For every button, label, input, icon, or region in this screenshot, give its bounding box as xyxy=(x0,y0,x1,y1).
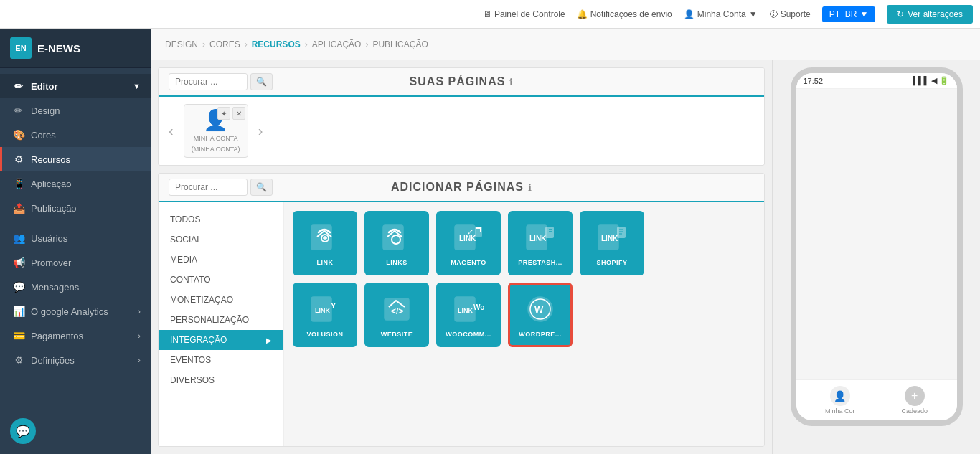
minha-conta-card[interactable]: ✦ ✕ 👤 MINHA CONTA (MINHA CONTA) xyxy=(184,104,248,158)
ver-alteracoes-button[interactable]: ↻ Ver alterações xyxy=(887,5,973,24)
tile-prestash[interactable]: LINK PRESTASH... xyxy=(508,211,573,275)
breadcrumb-cores[interactable]: CORES xyxy=(209,39,240,49)
tile-woocomm[interactable]: LINK Woo WOOCOMM... xyxy=(436,283,501,347)
left-panels: 🔍 SUAS PÁGINAS ℹ ‹ ✦ ✕ 👤 xyxy=(151,60,772,454)
settings-icon: ⚙ xyxy=(12,354,25,366)
cat-eventos[interactable]: EVENTOS xyxy=(159,350,283,370)
card-sublabel: (MINHA CONTA) xyxy=(192,146,240,153)
language-button[interactable]: PT_BR ▼ xyxy=(822,6,876,22)
tile-links[interactable]: LINKS xyxy=(364,211,429,275)
suas-paginas-search-input[interactable] xyxy=(169,73,248,90)
card-delete-button[interactable]: ✕ xyxy=(232,107,245,120)
logo-icon: EN xyxy=(10,37,32,59)
svg-text:W: W xyxy=(534,304,544,315)
phone-cadeado-label: Cadeado xyxy=(901,407,928,415)
user-icon: 👤 xyxy=(684,9,694,19)
tile-volusion[interactable]: LINK Y VOLUSION xyxy=(293,283,357,347)
sidebar-item-mensagens[interactable]: 💬 Mensagens xyxy=(0,275,151,299)
breadcrumb-sep-4: › xyxy=(365,39,368,49)
sidebar-item-cores[interactable]: 🎨 Cores xyxy=(0,123,151,147)
suas-paginas-search-button[interactable]: 🔍 xyxy=(250,73,273,90)
suporte-link[interactable]: 🛈 Suporte xyxy=(769,9,811,19)
minha-conta-link[interactable]: 👤 Minha Conta ▼ xyxy=(684,9,758,19)
breadcrumb-aplicacao[interactable]: APLICAÇÃO xyxy=(312,39,362,49)
phone-content xyxy=(796,89,957,379)
prestash-tile-icon: LINK xyxy=(523,220,557,255)
phone-add-icon: + xyxy=(905,386,925,406)
messages-icon: 💬 xyxy=(12,281,25,293)
svg-rect-6 xyxy=(475,227,482,237)
breadcrumb-publicacao[interactable]: PUBLICAÇÃO xyxy=(372,39,428,49)
cat-diversos[interactable]: DIVERSOS xyxy=(159,370,283,390)
adicionar-paginas-body: TODOS SOCIAL MEDIA CONTATO MONETIZAÇÃO P… xyxy=(159,202,764,446)
svg-text:</>: </> xyxy=(391,306,403,316)
sidebar-item-usuarios[interactable]: 👥 Usuários xyxy=(0,226,151,250)
sidebar: EN E-NEWS ✏ Editor ▼ ✏ Design 🎨 Cores ⚙ … xyxy=(0,29,151,454)
magento-tile-label: MAGENTO xyxy=(451,259,486,266)
card-label: MINHA CONTA xyxy=(194,135,238,143)
next-page-arrow[interactable]: › xyxy=(254,118,268,143)
sidebar-item-promover[interactable]: 📢 Promover xyxy=(0,250,151,275)
card-edit-button[interactable]: ✦ xyxy=(217,107,230,120)
woocomm-tile-label: WOOCOMM... xyxy=(446,331,491,338)
volusion-tile-icon: LINK Y xyxy=(308,292,342,326)
breadcrumb-recursos[interactable]: RECURSOS xyxy=(252,39,301,49)
cat-todos[interactable]: TODOS xyxy=(159,209,283,230)
sidebar-item-definicoes[interactable]: ⚙ Definições › xyxy=(0,348,151,372)
cat-media[interactable]: MEDIA xyxy=(159,250,283,270)
breadcrumb-sep-2: › xyxy=(245,39,248,49)
mobile-icon: 📱 xyxy=(12,178,25,189)
adicionar-paginas-search-button[interactable]: 🔍 xyxy=(250,179,273,196)
cat-social[interactable]: SOCIAL xyxy=(159,230,283,250)
painel-de-controle-link[interactable]: 🖥 Painel de Controle xyxy=(483,9,565,19)
suas-paginas-title: SUAS PÁGINAS xyxy=(410,75,506,88)
adicionar-paginas-title: ADICIONAR PÁGINAS xyxy=(391,181,524,194)
wordpress-tile-icon: W xyxy=(523,292,557,326)
chevron-right-icon: › xyxy=(138,356,141,364)
chat-button[interactable]: 💬 xyxy=(10,418,36,444)
tile-shopify[interactable]: LINK SHOPIFY xyxy=(580,211,644,275)
breadcrumb-sep-3: › xyxy=(305,39,308,49)
sidebar-item-aplicacao[interactable]: 📱 Aplicação xyxy=(0,171,151,196)
adicionar-paginas-search: 🔍 xyxy=(169,179,273,196)
prev-page-arrow[interactable]: ‹ xyxy=(164,118,178,143)
editor-section-header: ✏ Editor ▼ xyxy=(0,74,151,98)
sidebar-item-analytics[interactable]: 📊 O google Analytics › xyxy=(0,299,151,323)
adicionar-paginas-info-icon[interactable]: ℹ xyxy=(528,182,532,193)
analytics-icon: 📊 xyxy=(12,306,25,317)
adicionar-paginas-search-input[interactable] xyxy=(169,179,248,196)
shopify-tile-label: SHOPIFY xyxy=(596,259,627,266)
breadcrumb-design[interactable]: DESIGN xyxy=(165,39,198,49)
website-tile-icon: </> xyxy=(380,292,414,326)
phone-minha-conta-icon: 👤 xyxy=(830,386,850,406)
cat-monetizacao[interactable]: MONETIZAÇÃO xyxy=(159,290,283,310)
sidebar-item-recursos[interactable]: ⚙ Recursos xyxy=(0,147,151,171)
tile-magento[interactable]: LINK MAGENTO xyxy=(436,211,501,275)
cat-contato[interactable]: CONTATO xyxy=(159,270,283,290)
suas-paginas-info-icon[interactable]: ℹ xyxy=(509,77,513,88)
megaphone-icon: 📢 xyxy=(12,257,25,268)
link-tile-icon xyxy=(308,220,342,255)
suas-paginas-panel: 🔍 SUAS PÁGINAS ℹ ‹ ✦ ✕ 👤 xyxy=(158,67,765,166)
breadcrumb-sep-1: › xyxy=(202,39,205,49)
svg-text:LINK: LINK xyxy=(601,235,618,242)
tile-website[interactable]: </> WEBSITE xyxy=(364,283,429,347)
tile-wordpress[interactable]: W WORDPRE... xyxy=(508,283,573,347)
card-actions: ✦ ✕ xyxy=(217,107,245,120)
tile-link[interactable]: LINK xyxy=(293,211,357,275)
sidebar-item-pagamentos[interactable]: 💳 Pagamentos › xyxy=(0,323,151,348)
cat-personalizacao[interactable]: PERSONALIZAÇÃO xyxy=(159,310,283,330)
chevron-right-icon: › xyxy=(138,331,141,340)
svg-text:LINK: LINK xyxy=(315,307,330,314)
chevron-down-icon: ▼ xyxy=(749,9,758,19)
phone-bottom-cadeado: + Cadeado xyxy=(901,386,928,415)
resources-icon: ⚙ xyxy=(12,153,25,165)
links-tile-label: LINKS xyxy=(386,259,407,266)
sidebar-item-design[interactable]: ✏ Design xyxy=(0,98,151,123)
phone-frame: 17:52 ▌▌▌ ◀ 🔋 👤 Minha Cor + Cadeado xyxy=(791,67,963,426)
notificacoes-link[interactable]: 🔔 Notificações de envio xyxy=(577,9,672,19)
content-area: DESIGN › CORES › RECURSOS › APLICAÇÃO › … xyxy=(151,29,980,454)
cat-integracao[interactable]: INTEGRAÇÃO xyxy=(159,330,283,350)
sidebar-item-publicacao[interactable]: 📤 Publicação xyxy=(0,196,151,220)
editor-section: ✏ Editor ▼ ✏ Design 🎨 Cores ⚙ Recursos 📱… xyxy=(0,68,151,226)
